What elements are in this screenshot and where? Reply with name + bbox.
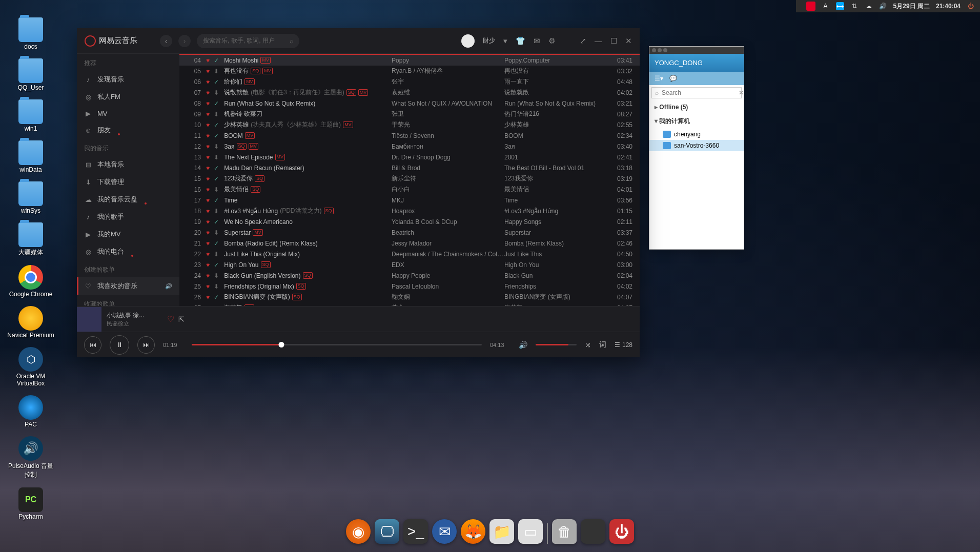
track-row[interactable]: 05♥⬇再也没有 SQ MVRyan.B / AY楊佬叁再也没有03:32 [179, 66, 640, 76]
heart-icon[interactable]: ♥ [206, 197, 210, 204]
traffic-light-icon[interactable] [652, 48, 656, 52]
username-label[interactable]: 財少 [483, 36, 495, 45]
desktop-icon-docs[interactable]: docs [5, 15, 56, 52]
dock-thunderbird-icon[interactable]: ✉ [432, 519, 457, 544]
skin-icon[interactable]: 👕 [516, 36, 525, 46]
heart-icon[interactable]: ♥ [206, 186, 210, 193]
chat-search-input[interactable] [662, 89, 739, 96]
heart-icon[interactable]: ♥ [206, 229, 210, 236]
dock-desktop-icon[interactable]: 🖵 [375, 519, 399, 544]
dropdown-icon[interactable]: ▾ [503, 36, 507, 46]
sidebar-item[interactable]: ◎私人FM [77, 88, 179, 106]
chat-group-header[interactable]: 我的计算机 [649, 114, 744, 129]
desktop-icon-qq_user[interactable]: QQ_User [5, 56, 56, 93]
track-row[interactable]: 09♥⬇机器铃 砍菜刀张卫热门华语21608:27 [179, 109, 640, 119]
dock-terminal-icon[interactable]: >_ [403, 519, 428, 544]
album-art[interactable] [77, 307, 101, 332]
track-row[interactable]: 15♥✓123我爱你 SQ新乐尘符123我爱你03:19 [179, 173, 640, 184]
settings-icon[interactable]: ⚙ [548, 36, 555, 46]
download-icon[interactable]: ⬇ [214, 272, 219, 279]
track-row[interactable]: 07♥⬇说散就散 (电影《前任3：再见前任》主题曲) SQ MV袁娅维说散就散0… [179, 87, 640, 98]
desktop-icon-winsys[interactable]: winSys [5, 179, 56, 216]
cloud-icon[interactable]: ☁ [865, 2, 873, 10]
dock-workspace-icon[interactable] [581, 519, 605, 544]
desktop-icon-navicat-premium[interactable]: Navicat Premium [5, 304, 56, 341]
track-row[interactable]: 06♥✓给你们 MV张宇雨一直下04:48 [179, 76, 640, 87]
heart-icon[interactable]: ♥ [206, 154, 210, 161]
track-row[interactable]: 16♥⬇最美情侣 SQ白小白最美情侣04:01 [179, 184, 640, 195]
heart-icon[interactable]: ♥ [206, 272, 210, 279]
heart-icon[interactable]: ♥ [206, 132, 210, 139]
heart-icon[interactable]: ♥ [206, 57, 210, 64]
search-input[interactable]: 搜索音乐, 歌手, 歌词, 用户 ⌕ [197, 34, 299, 48]
track-row[interactable]: 17♥✓TimeMKJTime03:56 [179, 195, 640, 206]
volume-icon[interactable]: 🔊 [879, 2, 887, 10]
nav-back-button[interactable]: ‹ [160, 35, 172, 47]
heart-icon[interactable]: ♥ [206, 68, 210, 75]
netease-tray-icon[interactable] [806, 2, 815, 11]
track-row[interactable]: 10♥✓少林英雄 (功夫真人秀《少林英雄》主题曲) MV于荣光少林英雄02:55 [179, 119, 640, 130]
chat-group-header[interactable]: Offline (5) [649, 100, 744, 114]
sidebar-item[interactable]: ▶我的MV [77, 226, 179, 243]
heart-icon[interactable]: ♥ [206, 121, 210, 129]
desktop-icon-win1[interactable]: win1 [5, 97, 56, 134]
track-row[interactable]: 14♥✓Madu Dan Racun (Remaster)Bill & Brod… [179, 162, 640, 173]
nav-forward-button[interactable]: › [178, 35, 191, 47]
like-button[interactable]: ♡ [167, 314, 174, 324]
traffic-light-icon[interactable] [663, 48, 667, 52]
download-icon[interactable]: ⬇ [214, 143, 219, 150]
track-row[interactable]: 26♥✓BINGBIAN病变 (女声版) SQ鞠文娴BINGBIAN病变 (女声… [179, 292, 640, 302]
track-row[interactable]: 24♥⬇Black Gun (English Version) SQHappy … [179, 270, 640, 281]
pause-button[interactable]: ⏸ [110, 335, 129, 355]
system-time[interactable]: 21:40:04 [936, 3, 961, 10]
heart-icon[interactable]: ♥ [206, 294, 210, 301]
power-icon[interactable]: ⏻ [967, 2, 975, 10]
teamviewer-tray-icon[interactable]: ⟷ [836, 2, 844, 10]
prev-button[interactable]: ⏮ [84, 336, 101, 354]
heart-icon[interactable]: ♥ [206, 143, 210, 150]
heart-icon[interactable]: ♥ [206, 261, 210, 269]
desktop-icon-windata[interactable]: winData [5, 138, 56, 175]
track-row[interactable]: 18♥⬇#Lov3 #Ngẫu Hứng (PDD洪荒之力) SQHoaprox… [179, 206, 640, 216]
download-icon[interactable]: ⬇ [214, 208, 219, 215]
track-row[interactable]: 22♥⬇Just Like This (Original Mix)Deepman… [179, 249, 640, 259]
track-row[interactable]: 20♥⬇Superstar MVBeatrichSuperstar03:37 [179, 227, 640, 238]
desktop-icon-pac[interactable]: PAC [5, 393, 56, 430]
track-row[interactable]: 21♥✓Bomba (Radio Edit) (Remix Klass)Jess… [179, 238, 640, 249]
heart-icon[interactable]: ♥ [206, 78, 210, 86]
mail-icon[interactable]: ✉ [534, 36, 540, 46]
next-button[interactable]: ⏭ [137, 336, 155, 354]
download-icon[interactable]: ⬇ [214, 154, 219, 161]
dock-trash-icon[interactable]: 🗑 [552, 519, 577, 544]
sidebar-item[interactable]: ☁我的音乐云盘 [77, 191, 179, 208]
desktop-icon-pycharm[interactable]: PCPycharm [5, 485, 56, 522]
progress-bar[interactable] [192, 344, 482, 345]
dock-firefox-icon[interactable]: 🦊 [461, 519, 485, 544]
sidebar-item[interactable]: ⊟本地音乐 [77, 156, 179, 173]
chat-contact[interactable]: chenyang [649, 129, 744, 140]
track-row[interactable]: 19♥✓We No Speak AmericanoYolanda B Cool … [179, 216, 640, 227]
download-icon[interactable]: ⬇ [214, 68, 219, 75]
volume-slider[interactable] [536, 344, 577, 345]
track-row[interactable]: 13♥⬇The Next Episode MVDr. Dre / Snoop D… [179, 152, 640, 162]
close-icon[interactable]: ✕ [625, 36, 632, 46]
mini-mode-icon[interactable]: ⤢ [580, 36, 586, 46]
list-icon[interactable]: ☰▾ [655, 75, 663, 82]
sidebar-item[interactable]: ♪我的歌手 [77, 208, 179, 226]
desktop-icon-pulseaudio-音量控制[interactable]: 🔊PulseAudio 音量控制 [5, 434, 56, 481]
system-date[interactable]: 5月29日 周二 [893, 2, 930, 11]
clear-search-icon[interactable]: ✕ [739, 89, 744, 96]
track-row[interactable]: 23♥✓High On You SQEDXHigh On You03:00 [179, 259, 640, 270]
download-icon[interactable]: ⬇ [214, 186, 219, 193]
sidebar-item[interactable]: ♪发现音乐 [77, 71, 179, 88]
heart-icon[interactable]: ♥ [206, 208, 210, 215]
dock-ubuntu-icon[interactable]: ◉ [346, 519, 371, 544]
network-icon[interactable]: ⇅ [850, 2, 859, 10]
download-icon[interactable]: ⬇ [214, 111, 219, 118]
dock-files-icon[interactable]: 📁 [489, 519, 514, 544]
sidebar-item[interactable]: ☺朋友 [77, 121, 179, 139]
chat-search[interactable]: ⌕ ✕ [651, 87, 742, 98]
heart-icon[interactable]: ♥ [206, 165, 210, 172]
download-icon[interactable]: ⬇ [214, 229, 219, 236]
dock-window-icon[interactable]: ▭ [518, 519, 543, 544]
